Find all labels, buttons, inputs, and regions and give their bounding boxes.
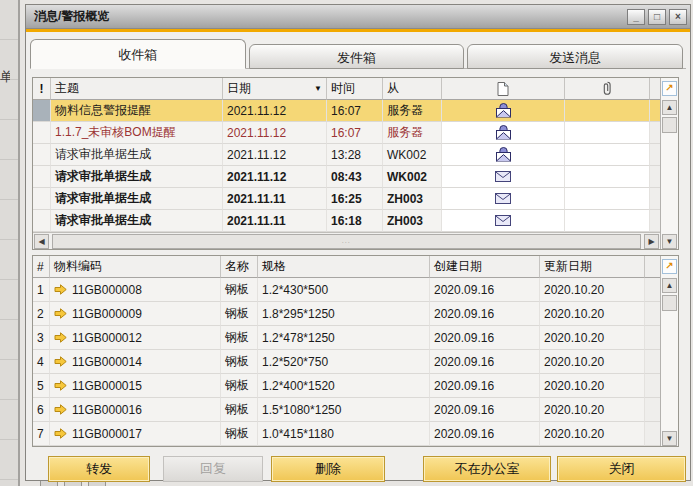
expand-grid-icon[interactable]: ↗ — [662, 259, 677, 274]
material-spec: 1.8*295*1250 — [258, 302, 430, 326]
scroll-left-icon[interactable]: ◀ — [34, 234, 49, 249]
link-arrow-icon[interactable] — [54, 284, 67, 295]
message-status — [442, 188, 565, 210]
maximize-button[interactable]: □ — [648, 9, 666, 25]
message-date: 2021.11.11 — [223, 188, 327, 210]
scrollbar-thumb[interactable]: ∙∙∙ — [52, 234, 641, 249]
inbox-rows: 物料信息警报提醒2021.11.1216:07服务器1.1.7_未审核BOM提醒… — [33, 100, 660, 232]
message-time: 16:25 — [327, 188, 383, 210]
message-status — [442, 100, 565, 122]
inbox-col-attachment[interactable] — [565, 78, 650, 100]
scroll-down-icon[interactable]: ▼ — [662, 234, 677, 249]
materials-col-created[interactable]: 创建日期 — [430, 256, 540, 278]
message-attachment — [565, 100, 650, 122]
row-selector[interactable] — [33, 166, 51, 188]
material-created-date: 2020.09.16 — [430, 326, 540, 350]
tab-outbox[interactable]: 发件箱 — [249, 44, 465, 69]
scroll-up-icon[interactable]: ▲ — [662, 278, 677, 293]
row-selector[interactable] — [33, 144, 51, 166]
row-blank — [645, 326, 660, 350]
materials-col-index[interactable]: # — [33, 256, 50, 278]
link-arrow-icon[interactable] — [54, 308, 67, 319]
close-button[interactable]: 关闭 — [557, 456, 686, 482]
row-blank — [650, 100, 660, 122]
link-arrow-icon[interactable] — [54, 332, 67, 343]
row-blank — [650, 188, 660, 210]
message-date: 2021.11.11 — [223, 210, 327, 232]
tab-inbox[interactable]: 收件箱 — [30, 39, 246, 69]
message-date: 2021.11.12 — [223, 166, 327, 188]
row-selector[interactable] — [33, 100, 51, 122]
scroll-down-icon[interactable]: ▼ — [662, 431, 677, 446]
material-created-date: 2020.09.16 — [430, 302, 540, 326]
row-blank — [645, 278, 660, 302]
accent-line — [26, 29, 690, 32]
inbox-col-subject[interactable]: 主题 — [51, 78, 223, 100]
message-time: 16:07 — [327, 100, 383, 122]
expand-grid-icon[interactable]: ↗ — [662, 81, 677, 96]
sort-desc-icon[interactable]: ▼ — [314, 84, 322, 93]
materials-col-name[interactable]: 名称 — [221, 256, 258, 278]
row-selector[interactable] — [33, 210, 51, 232]
inbox-row[interactable]: 1.1.7_未审核BOM提醒2021.11.1216:07服务器 — [33, 122, 660, 144]
inbox-row[interactable]: 请求审批单据生成2021.11.1213:28WK002 — [33, 144, 660, 166]
message-status — [442, 122, 565, 144]
inbox-horizontal-scrollbar[interactable]: ◀ ∙∙∙ ▶ — [33, 232, 660, 249]
message-time: 13:28 — [327, 144, 383, 166]
inbox-col-priority[interactable]: ! — [33, 78, 51, 100]
message-from: ZH003 — [383, 188, 442, 210]
inbox-col-time[interactable]: 时间 — [327, 78, 383, 100]
row-selector[interactable] — [33, 122, 51, 144]
inbox-col-date[interactable]: 日期▼ — [223, 78, 327, 100]
close-window-button[interactable]: × — [669, 9, 687, 25]
row-selector[interactable] — [33, 188, 51, 210]
message-from: WK002 — [383, 144, 442, 166]
material-code-text: 11GB000008 — [72, 283, 142, 297]
title-bar: 消息/警报概览 _ □ × — [26, 5, 690, 29]
inbox-col-from[interactable]: 从 — [383, 78, 442, 100]
inbox-row[interactable]: 请求审批单据生成2021.11.1208:43WK002 — [33, 166, 660, 188]
message-date: 2021.11.12 — [223, 144, 327, 166]
link-arrow-icon[interactable] — [54, 380, 67, 391]
out-of-office-button[interactable]: 不在办公室 — [423, 456, 551, 482]
materials-vertical-scrollbar[interactable]: ↗ ▲ ▼ — [660, 256, 678, 446]
material-row[interactable]: 611GB000016钢板1.5*1080*12502020.09.162020… — [33, 398, 660, 422]
row-blank — [645, 422, 660, 446]
forward-button[interactable]: 转发 — [48, 456, 150, 482]
materials-col-updated[interactable]: 更新日期 — [540, 256, 645, 278]
scroll-up-icon[interactable]: ▲ — [662, 100, 677, 115]
material-spec: 1.0*415*1180 — [258, 422, 430, 446]
material-created-date: 2020.09.16 — [430, 350, 540, 374]
material-code-text: 11GB000016 — [72, 403, 142, 417]
link-arrow-icon[interactable] — [54, 404, 67, 415]
delete-button[interactable]: 删除 — [271, 456, 385, 482]
material-name: 钢板 — [221, 278, 258, 302]
inbox-row[interactable]: 物料信息警报提醒2021.11.1216:07服务器 — [33, 100, 660, 122]
inbox-row[interactable]: 请求审批单据生成2021.11.1116:25ZH003 — [33, 188, 660, 210]
material-row[interactable]: 111GB000008钢板1.2*430*5002020.09.162020.1… — [33, 278, 660, 302]
material-code: 11GB000008 — [50, 278, 221, 302]
material-spec: 1.2*400*1520 — [258, 374, 430, 398]
material-row[interactable]: 711GB000017钢板1.0*415*11802020.09.162020.… — [33, 422, 660, 446]
minimize-button[interactable]: _ — [627, 9, 645, 25]
material-row[interactable]: 511GB000015钢板1.2*400*15202020.09.162020.… — [33, 374, 660, 398]
inbox-table: !主题日期▼时间从 物料信息警报提醒2021.11.1216:07服务器1.1.… — [32, 77, 679, 250]
material-code-text: 11GB000015 — [72, 379, 142, 393]
link-arrow-icon[interactable] — [54, 428, 67, 439]
message-from: ZH003 — [383, 210, 442, 232]
material-row[interactable]: 211GB000009钢板1.8*295*12502020.09.162020.… — [33, 302, 660, 326]
link-arrow-icon[interactable] — [54, 356, 67, 367]
tab-send-message[interactable]: 发送消息 — [467, 44, 683, 69]
scrollbar-thumb[interactable] — [662, 117, 677, 133]
inbox-col-document[interactable] — [442, 78, 565, 100]
material-row[interactable]: 311GB000012钢板1.2*478*12502020.09.162020.… — [33, 326, 660, 350]
inbox-row[interactable]: 请求审批单据生成2021.11.1116:18ZH003 — [33, 210, 660, 232]
material-code-text: 11GB000014 — [72, 355, 142, 369]
scrollbar-thumb[interactable] — [662, 295, 677, 311]
materials-col-code[interactable]: 物料编码 — [50, 256, 221, 278]
material-updated-date: 2020.10.20 — [540, 350, 645, 374]
material-row[interactable]: 411GB000014钢板1.2*520*7502020.09.162020.1… — [33, 350, 660, 374]
materials-col-spec[interactable]: 规格 — [258, 256, 430, 278]
scroll-right-icon[interactable]: ▶ — [644, 234, 659, 249]
inbox-vertical-scrollbar[interactable]: ↗ ▲ ▼ — [660, 78, 678, 249]
